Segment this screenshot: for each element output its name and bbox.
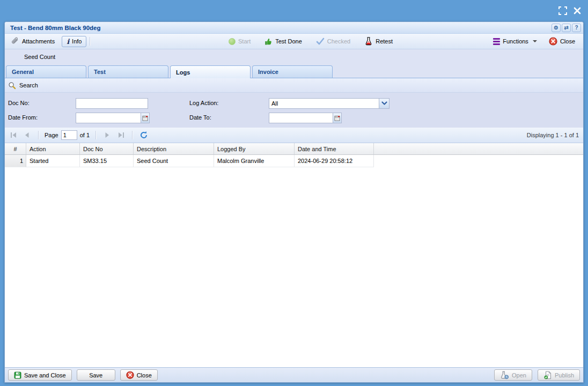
tab-general[interactable]: General [6, 65, 86, 78]
action-cell: Started [26, 155, 80, 167]
save-and-close-button[interactable]: Save and Close [8, 369, 72, 381]
column-header-logged-by[interactable]: Logged By [214, 143, 295, 154]
column-header-description[interactable]: Description [134, 143, 214, 154]
maximize-icon[interactable] [558, 6, 567, 15]
last-page-icon [117, 132, 124, 138]
date-to-calendar-trigger[interactable] [333, 113, 342, 123]
first-page-button[interactable] [8, 130, 19, 140]
refresh-button[interactable] [138, 130, 149, 140]
date-from-calendar-trigger[interactable] [141, 113, 150, 123]
calendar-icon [334, 115, 340, 121]
test-window: Test - Bend 80mm Black 90deg ⚙ ⇄ ? Attac… [4, 21, 584, 383]
flask-icon [364, 37, 373, 46]
settings-icon[interactable]: ⚙ [552, 24, 561, 32]
window-title: Test - Bend 80mm Black 90deg [10, 25, 101, 31]
check-icon [316, 38, 325, 45]
date-from-label: Date From: [8, 114, 38, 121]
open-label: Open [512, 372, 526, 378]
save-icon [14, 372, 21, 379]
doc-no-label: Doc No: [8, 100, 30, 106]
window-header: Test - Bend 80mm Black 90deg ⚙ ⇄ ? [5, 22, 583, 34]
search-icon [8, 81, 16, 90]
date-time-cell: 2024-06-29 20:58:12 [295, 155, 374, 167]
save-button[interactable]: Save [77, 369, 115, 381]
publish-button[interactable]: Publish [538, 369, 580, 381]
close-red-icon [126, 371, 134, 379]
column-header-number[interactable]: # [5, 143, 26, 154]
column-header-filler [374, 143, 583, 154]
refresh-icon[interactable]: ⇄ [562, 24, 571, 32]
save-and-close-label: Save and Close [24, 372, 66, 378]
date-to-input[interactable] [269, 113, 333, 123]
save-label: Save [89, 372, 102, 378]
close-red-icon [549, 37, 557, 46]
description-cell: Seed Count [134, 155, 214, 167]
close-icon[interactable] [572, 6, 582, 15]
test-done-label: Test Done [275, 38, 302, 44]
tab-invoice[interactable]: Invoice [252, 65, 333, 78]
info-label: Info [72, 38, 82, 44]
page-number-input[interactable] [61, 130, 77, 140]
search-panel-header[interactable]: Search [5, 78, 583, 93]
log-action-dropdown-trigger[interactable] [379, 98, 389, 109]
start-button[interactable]: Start [226, 37, 253, 46]
help-icon[interactable]: ? [572, 24, 581, 32]
open-flask-icon [500, 371, 509, 380]
chevron-down-icon [533, 40, 537, 42]
close-footer-label: Close [137, 372, 152, 378]
thumbs-up-icon [264, 38, 273, 46]
tab-test[interactable]: Test [88, 65, 168, 78]
next-page-button[interactable] [102, 130, 113, 140]
menu-icon [493, 38, 500, 45]
prev-page-icon [24, 132, 30, 138]
functions-button[interactable]: Functions [490, 37, 540, 46]
footer-toolbar: Save and Close Save Close Open Publish [5, 367, 583, 382]
column-header-action[interactable]: Action [26, 143, 80, 154]
last-page-button[interactable] [115, 130, 126, 140]
start-label: Start [238, 38, 251, 44]
paging-toolbar: Page of 1 Displaying 1 - 1 of 1 [5, 128, 583, 143]
log-action-combo[interactable] [269, 98, 379, 109]
logged-by-cell: Malcolm Granville [214, 155, 295, 167]
paperclip-icon [11, 37, 19, 46]
publish-label: Publish [555, 372, 574, 378]
close-button[interactable]: Close [546, 36, 578, 47]
search-label: Search [19, 82, 38, 88]
subtitle-row: Seed Count [5, 49, 583, 64]
info-button[interactable]: i Info [62, 36, 86, 47]
doc-no-input[interactable] [76, 98, 148, 109]
prev-page-button[interactable] [21, 130, 32, 140]
paging-separator [38, 131, 39, 139]
attachments-label: Attachments [22, 38, 55, 44]
chevron-down-icon [381, 101, 387, 106]
attachments-button[interactable]: Attachments [8, 36, 57, 47]
next-page-icon [105, 132, 110, 138]
start-icon [229, 38, 236, 45]
row-number-cell: 1 [5, 155, 26, 167]
retest-button[interactable]: Retest [362, 36, 395, 47]
subtitle-label: Seed Count [24, 54, 55, 60]
column-header-doc-no[interactable]: Doc No [80, 143, 134, 154]
publish-icon [543, 371, 552, 380]
tab-logs[interactable]: Logs [170, 65, 251, 78]
table-row[interactable]: 1 Started SM33.15 Seed Count Malcolm Gra… [5, 155, 583, 167]
open-button[interactable]: Open [494, 369, 532, 381]
close-window-button[interactable]: Close [120, 369, 158, 381]
date-from-input[interactable] [76, 113, 141, 123]
toolbar-separator [90, 37, 90, 46]
checked-label: Checked [327, 38, 350, 44]
test-done-button[interactable]: Test Done [262, 36, 305, 47]
page-count-label: of 1 [80, 132, 90, 138]
page-label: Page [45, 132, 58, 138]
main-toolbar: Attachments i Info Start Test Done Check… [5, 34, 583, 49]
functions-label: Functions [503, 38, 528, 44]
calendar-icon [142, 115, 148, 121]
column-header-date-time[interactable]: Date and Time [295, 143, 374, 154]
retest-label: Retest [376, 38, 393, 44]
paging-separator [132, 131, 133, 139]
grid-header: # Action Doc No Description Logged By Da… [5, 143, 583, 155]
log-action-label: Log Action: [189, 100, 218, 106]
desktop-titlebar [0, 0, 588, 21]
checked-button[interactable]: Checked [313, 36, 353, 46]
filter-form: Doc No: Log Action: Date From: Date To: [5, 93, 583, 128]
